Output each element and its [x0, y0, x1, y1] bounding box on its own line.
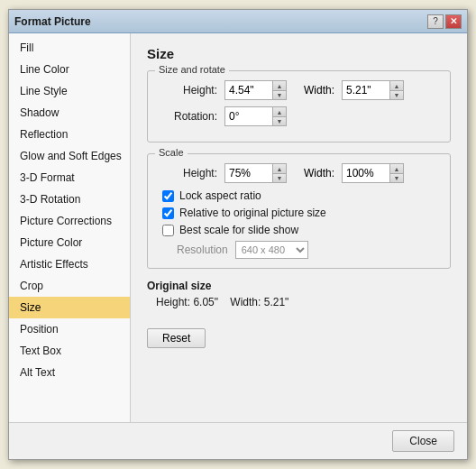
best-scale-row: Best scale for slide show	[162, 224, 439, 236]
format-picture-dialog: Format Picture ? ✕ Fill Line Color Line …	[8, 9, 468, 460]
sidebar-item-crop[interactable]: Crop	[9, 275, 130, 297]
height-up-button[interactable]: ▲	[273, 81, 286, 90]
original-size-title: Original size	[147, 280, 451, 292]
original-width-label: Width:	[230, 296, 261, 308]
lock-aspect-label: Lock aspect ratio	[179, 189, 261, 202]
scale-height-down-button[interactable]: ▼	[273, 173, 286, 182]
height-input[interactable]	[225, 81, 272, 99]
sidebar-item-fill[interactable]: Fill	[9, 37, 130, 59]
scale-height-label: Height:	[159, 167, 217, 179]
title-bar: Format Picture ? ✕	[9, 10, 467, 33]
reset-button[interactable]: Reset	[147, 328, 206, 348]
scale-height-spinner-buttons: ▲ ▼	[272, 164, 286, 182]
rotation-down-button[interactable]: ▼	[273, 116, 286, 125]
height-down-button[interactable]: ▼	[273, 90, 286, 99]
title-bar-controls: ? ✕	[427, 14, 462, 29]
best-scale-checkbox[interactable]	[162, 225, 174, 236]
original-size-section: Original size Height: 6.05" Width: 5.21"	[147, 280, 451, 308]
lock-aspect-row: Lock aspect ratio	[162, 189, 439, 202]
original-width-value: 5.21"	[264, 296, 289, 308]
relative-original-row: Relative to original picture size	[162, 207, 439, 219]
scale-width-spinner[interactable]: ▲ ▼	[342, 163, 404, 183]
rotation-input[interactable]	[225, 107, 272, 125]
main-content: Size Size and rotate Height: ▲ ▼ Width:	[131, 33, 467, 422]
relative-original-label: Relative to original picture size	[179, 207, 326, 219]
scale-width-up-button[interactable]: ▲	[390, 164, 403, 173]
scale-group-title: Scale	[155, 147, 188, 158]
scale-width-down-button[interactable]: ▼	[390, 173, 403, 182]
rotation-spinner[interactable]: ▲ ▼	[224, 106, 287, 126]
scale-height-input[interactable]	[225, 164, 272, 182]
close-dialog-button[interactable]: Close	[392, 430, 454, 452]
sidebar-item-position[interactable]: Position	[9, 318, 130, 340]
width-spinner[interactable]: ▲ ▼	[342, 80, 404, 100]
lock-aspect-checkbox[interactable]	[162, 190, 174, 202]
size-rotate-group-title: Size and rotate	[155, 64, 229, 75]
sidebar-item-picture-color[interactable]: Picture Color	[9, 232, 130, 253]
title-bar-left: Format Picture	[14, 15, 91, 28]
height-label: Height:	[159, 84, 217, 97]
help-button[interactable]: ?	[427, 14, 444, 29]
rotation-spinner-buttons: ▲ ▼	[272, 107, 286, 125]
dialog-footer: Close	[9, 422, 467, 459]
scale-width-spinner-buttons: ▲ ▼	[389, 164, 403, 182]
scale-height-up-button[interactable]: ▲	[273, 164, 286, 173]
relative-original-checkbox[interactable]	[162, 207, 174, 219]
width-down-button[interactable]: ▼	[390, 90, 403, 99]
sidebar-item-line-color[interactable]: Line Color	[9, 59, 130, 80]
dialog-title: Format Picture	[14, 15, 91, 28]
scale-width-label: Width:	[294, 167, 334, 179]
width-label: Width:	[294, 84, 334, 97]
original-size-values: Height: 6.05" Width: 5.21"	[156, 296, 451, 308]
scale-width-input[interactable]	[343, 164, 389, 182]
original-height-value: 6.05"	[193, 296, 218, 308]
resolution-label: Resolution	[177, 244, 228, 256]
sidebar-item-3d-rotation[interactable]: 3-D Rotation	[9, 189, 130, 210]
size-rotate-group: Size and rotate Height: ▲ ▼ Width:	[147, 70, 451, 143]
dialog-body: Fill Line Color Line Style Shadow Reflec…	[9, 33, 467, 422]
resolution-row: Resolution 640 x 480 1024 x 768 1280 x 7…	[177, 241, 439, 259]
rotation-up-button[interactable]: ▲	[273, 107, 286, 116]
resolution-select[interactable]: 640 x 480 1024 x 768 1280 x 720	[235, 241, 308, 259]
height-spinner-buttons: ▲ ▼	[272, 81, 286, 99]
scale-height-spinner[interactable]: ▲ ▼	[224, 163, 287, 183]
rotation-label: Rotation:	[159, 110, 217, 123]
page-title: Size	[147, 46, 451, 61]
sidebar-item-reflection[interactable]: Reflection	[9, 124, 130, 145]
height-spinner[interactable]: ▲ ▼	[224, 80, 287, 100]
sidebar-item-picture-corrections[interactable]: Picture Corrections	[9, 210, 130, 232]
rotation-row: Rotation: ▲ ▼	[159, 106, 439, 126]
width-spinner-buttons: ▲ ▼	[389, 81, 403, 99]
sidebar-item-3d-format[interactable]: 3-D Format	[9, 167, 130, 189]
scale-height-row: Height: ▲ ▼ Width: ▲ ▼	[159, 163, 439, 183]
sidebar-item-text-box[interactable]: Text Box	[9, 340, 130, 362]
sidebar-item-shadow[interactable]: Shadow	[9, 102, 130, 124]
scale-group: Scale Height: ▲ ▼ Width: ▲	[147, 153, 451, 269]
sidebar-item-size[interactable]: Size	[9, 297, 130, 318]
height-row: Height: ▲ ▼ Width: ▲ ▼	[159, 80, 439, 100]
sidebar-item-alt-text[interactable]: Alt Text	[9, 362, 130, 383]
width-up-button[interactable]: ▲	[390, 81, 403, 90]
width-input[interactable]	[343, 81, 389, 99]
original-height-label: Height:	[156, 296, 190, 308]
sidebar-item-line-style[interactable]: Line Style	[9, 80, 130, 102]
sidebar: Fill Line Color Line Style Shadow Reflec…	[9, 33, 131, 422]
best-scale-label: Best scale for slide show	[179, 224, 298, 236]
sidebar-item-artistic-effects[interactable]: Artistic Effects	[9, 253, 130, 275]
window-close-button[interactable]: ✕	[445, 14, 462, 29]
sidebar-item-glow-soft-edges[interactable]: Glow and Soft Edges	[9, 145, 130, 167]
